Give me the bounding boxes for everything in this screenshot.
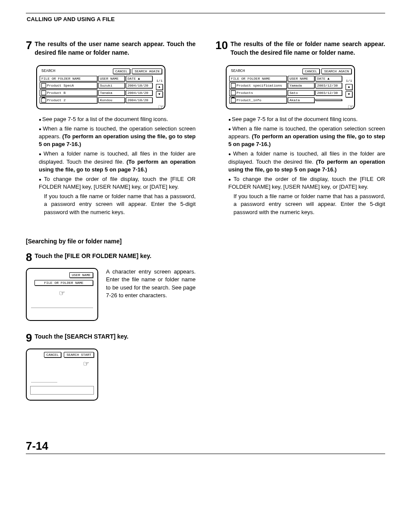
search-again-button[interactable]: SEARCH AGAIN bbox=[321, 68, 352, 74]
page-indicator: 1/1 bbox=[156, 79, 162, 83]
step-9-number: 9 bbox=[26, 332, 32, 343]
touch-hand-icon: ☞ bbox=[84, 359, 89, 369]
scroll-down-button[interactable]: ▼ bbox=[156, 91, 163, 97]
scroll-down-button[interactable]: ▼ bbox=[346, 91, 352, 97]
touch-hand-icon: ☞ bbox=[159, 103, 164, 112]
scroll-up-button[interactable]: ▲ bbox=[346, 84, 352, 90]
step-10-screen: SEARCH CANCEL SEARCH AGAIN FILE OR FOLDE… bbox=[226, 65, 355, 109]
table-row[interactable]: Product_info Akata bbox=[229, 97, 342, 103]
file-icon bbox=[231, 83, 236, 88]
screen-title: SEARCH bbox=[40, 69, 55, 73]
screen-title: SEARCH bbox=[229, 69, 245, 73]
subheading-search-by-name: [Searching by file or folder name] bbox=[26, 238, 196, 245]
step-9: 9 Touch the [SEARCH START] key. bbox=[26, 332, 196, 341]
col-file-header[interactable]: FILE OR FOLDER NAME bbox=[229, 76, 287, 81]
file-icon bbox=[41, 90, 46, 95]
file-icon bbox=[231, 90, 236, 95]
step-7-text: The results of the user name search appe… bbox=[26, 40, 196, 57]
step-10-text: The results of the file or folder name s… bbox=[215, 40, 385, 57]
page-number: 7-14 bbox=[26, 439, 196, 453]
touch-hand-icon: ☞ bbox=[348, 103, 353, 112]
step-8-description: A character entry screen appears. Enter … bbox=[106, 268, 196, 299]
folder-icon bbox=[41, 98, 46, 103]
step-8-number: 8 bbox=[26, 252, 32, 263]
cancel-button[interactable]: CANCEL bbox=[113, 68, 131, 74]
folder-icon bbox=[231, 98, 236, 103]
search-again-button[interactable]: SEARCH AGAIN bbox=[132, 68, 162, 74]
col-user-header[interactable]: USER NAME bbox=[288, 76, 314, 81]
cancel-button[interactable]: CANCEL bbox=[44, 352, 62, 358]
step-8-text: Touch the [FILE OR FOLDER NAME] key. bbox=[26, 252, 196, 260]
table-row[interactable]: Products Sato 2003/12/30 bbox=[229, 90, 342, 96]
step-10: 10 The results of the file or folder nam… bbox=[215, 40, 385, 57]
scroll-up-button[interactable]: ▲ bbox=[156, 84, 163, 90]
step-10-number: 10 bbox=[215, 40, 228, 51]
cancel-button[interactable]: CANCEL bbox=[302, 68, 320, 74]
step-9-text: Touch the [SEARCH START] key. bbox=[26, 332, 196, 341]
col-file-header[interactable]: FILE OR FOLDER NAME bbox=[40, 76, 97, 81]
step-7: 7 The results of the user name search ap… bbox=[26, 40, 196, 57]
col-date-header[interactable]: DATE ▲ bbox=[315, 76, 342, 81]
col-user-header[interactable]: USER NAME bbox=[98, 76, 125, 81]
table-row[interactable]: Product specifications Yamada 2003/12/30 bbox=[229, 82, 342, 89]
step-7-notes: See page 7-5 for a list of the document … bbox=[39, 115, 196, 216]
page-header: CALLING UP AND USING A FILE bbox=[27, 16, 385, 22]
page-indicator: 1/1 bbox=[346, 79, 352, 83]
search-start-button[interactable]: SEARCH START bbox=[64, 352, 94, 358]
step-8: 8 Touch the [FILE OR FOLDER NAME] key. bbox=[26, 252, 196, 260]
table-row[interactable]: Product SpecA Suzuki 2004/10/20 bbox=[40, 82, 153, 89]
step-9-screen: CANCEL SEARCH START ☞ bbox=[26, 348, 98, 401]
step-10-notes: See page 7-5 for a list of the document … bbox=[228, 115, 385, 216]
file-or-folder-name-button[interactable]: FILE OR FOLDER NAME bbox=[34, 280, 93, 286]
table-row[interactable]: Product B Tanaka 2004/10/20 bbox=[40, 90, 153, 96]
user-name-button[interactable]: USER NAME bbox=[69, 272, 93, 278]
step-7-number: 7 bbox=[26, 40, 32, 51]
step-7-screen: SEARCH CANCEL SEARCH AGAIN FILE OR FOLDE… bbox=[36, 65, 165, 109]
col-date-header[interactable]: DATE ▲ bbox=[126, 76, 153, 81]
table-row[interactable]: Product 2 Kondou 2004/10/20 bbox=[40, 97, 153, 103]
file-icon bbox=[41, 83, 46, 88]
step-8-screen: USER NAME FILE OR FOLDER NAME ☞ bbox=[26, 268, 98, 321]
touch-hand-icon: ☞ bbox=[59, 288, 65, 299]
